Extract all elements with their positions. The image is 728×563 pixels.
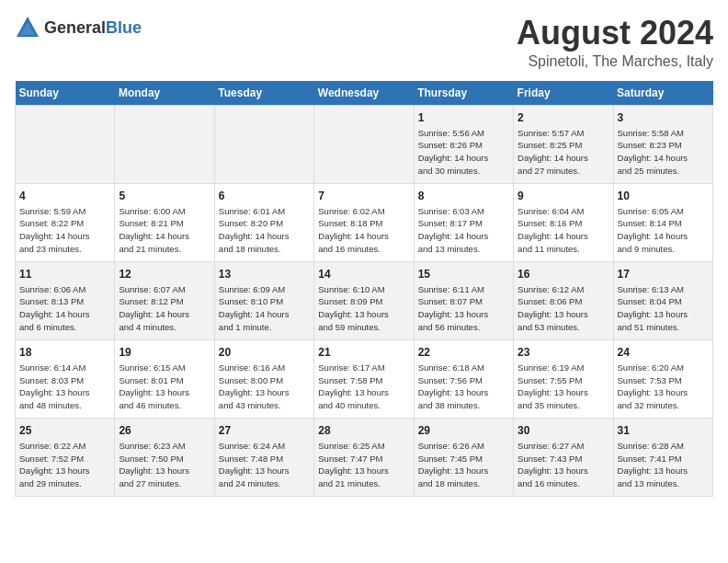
calendar-cell: 10Sunrise: 6:05 AM Sunset: 8:14 PM Dayli… [613, 183, 712, 261]
day-number: 3 [618, 111, 709, 124]
day-info: Sunrise: 6:04 AM Sunset: 8:16 PM Dayligh… [518, 205, 609, 256]
day-number: 14 [318, 268, 409, 281]
day-info: Sunrise: 6:22 AM Sunset: 7:52 PM Dayligh… [19, 440, 110, 490]
calendar-cell: 6Sunrise: 6:01 AM Sunset: 8:20 PM Daylig… [214, 183, 313, 261]
day-info: Sunrise: 6:25 AM Sunset: 7:47 PM Dayligh… [318, 440, 409, 490]
day-info: Sunrise: 5:57 AM Sunset: 8:25 PM Dayligh… [518, 127, 609, 178]
calendar-cell: 13Sunrise: 6:09 AM Sunset: 8:10 PM Dayli… [214, 261, 313, 339]
day-number: 18 [19, 346, 110, 359]
day-number: 26 [119, 424, 210, 437]
day-info: Sunrise: 6:07 AM Sunset: 8:12 PM Dayligh… [119, 283, 210, 334]
calendar-cell: 21Sunrise: 6:17 AM Sunset: 7:58 PM Dayli… [314, 339, 414, 418]
calendar-cell [16, 105, 115, 183]
calendar-cell: 27Sunrise: 6:24 AM Sunset: 7:48 PM Dayli… [214, 418, 313, 496]
day-info: Sunrise: 6:12 AM Sunset: 8:06 PM Dayligh… [518, 283, 609, 334]
col-sunday: Sunday [16, 81, 115, 106]
day-info: Sunrise: 6:11 AM Sunset: 8:07 PM Dayligh… [418, 283, 509, 334]
calendar-cell: 8Sunrise: 6:03 AM Sunset: 8:17 PM Daylig… [414, 183, 513, 261]
day-number: 28 [318, 424, 409, 437]
day-number: 5 [119, 190, 210, 202]
day-info: Sunrise: 6:28 AM Sunset: 7:41 PM Dayligh… [618, 440, 709, 490]
day-number: 31 [618, 424, 709, 437]
day-info: Sunrise: 6:02 AM Sunset: 8:18 PM Dayligh… [318, 205, 409, 256]
day-info: Sunrise: 6:26 AM Sunset: 7:45 PM Dayligh… [418, 440, 509, 490]
day-info: Sunrise: 6:13 AM Sunset: 8:04 PM Dayligh… [618, 283, 709, 334]
calendar-cell: 26Sunrise: 6:23 AM Sunset: 7:50 PM Dayli… [115, 418, 214, 496]
calendar-header: Sunday Monday Tuesday Wednesday Thursday… [16, 81, 713, 106]
calendar-cell: 11Sunrise: 6:06 AM Sunset: 8:13 PM Dayli… [16, 261, 115, 339]
day-number: 23 [518, 346, 609, 359]
calendar-week-row: 1Sunrise: 5:56 AM Sunset: 8:26 PM Daylig… [16, 105, 713, 183]
calendar-cell: 29Sunrise: 6:26 AM Sunset: 7:45 PM Dayli… [414, 418, 513, 496]
col-tuesday: Tuesday [214, 81, 313, 106]
day-info: Sunrise: 6:20 AM Sunset: 7:53 PM Dayligh… [618, 362, 709, 412]
day-info: Sunrise: 6:10 AM Sunset: 8:09 PM Dayligh… [318, 283, 409, 334]
calendar-cell [214, 105, 313, 183]
calendar-cell: 14Sunrise: 6:10 AM Sunset: 8:09 PM Dayli… [314, 261, 414, 339]
day-info: Sunrise: 5:58 AM Sunset: 8:23 PM Dayligh… [618, 127, 709, 178]
day-number: 24 [618, 346, 709, 359]
calendar-cell: 24Sunrise: 6:20 AM Sunset: 7:53 PM Dayli… [613, 339, 712, 418]
day-number: 17 [618, 268, 709, 281]
calendar-cell: 19Sunrise: 6:15 AM Sunset: 8:01 PM Dayli… [115, 339, 214, 418]
day-number: 22 [418, 346, 509, 359]
day-number: 16 [518, 268, 609, 281]
col-saturday: Saturday [613, 81, 712, 106]
calendar-cell [314, 105, 414, 183]
day-info: Sunrise: 6:18 AM Sunset: 7:56 PM Dayligh… [418, 362, 509, 412]
day-info: Sunrise: 6:15 AM Sunset: 8:01 PM Dayligh… [119, 362, 210, 412]
day-number: 15 [418, 268, 509, 281]
logo: GeneralBlue [15, 15, 142, 40]
subtitle: Spinetoli, The Marches, Italy [517, 53, 713, 70]
calendar-cell: 23Sunrise: 6:19 AM Sunset: 7:55 PM Dayli… [514, 339, 613, 418]
day-info: Sunrise: 5:56 AM Sunset: 8:26 PM Dayligh… [418, 127, 509, 178]
day-number: 10 [618, 190, 709, 202]
day-number: 9 [518, 190, 609, 202]
day-number: 20 [219, 346, 310, 359]
day-info: Sunrise: 6:05 AM Sunset: 8:14 PM Dayligh… [618, 205, 709, 256]
col-friday: Friday [514, 81, 613, 106]
calendar-cell: 3Sunrise: 5:58 AM Sunset: 8:23 PM Daylig… [613, 105, 712, 183]
day-number: 19 [119, 346, 210, 359]
calendar-cell: 12Sunrise: 6:07 AM Sunset: 8:12 PM Dayli… [115, 261, 214, 339]
day-number: 4 [19, 190, 110, 202]
calendar-table: Sunday Monday Tuesday Wednesday Thursday… [15, 81, 713, 497]
day-number: 8 [418, 190, 509, 202]
col-monday: Monday [115, 81, 214, 106]
day-info: Sunrise: 6:14 AM Sunset: 8:03 PM Dayligh… [19, 362, 110, 412]
calendar-cell: 15Sunrise: 6:11 AM Sunset: 8:07 PM Dayli… [414, 261, 513, 339]
day-number: 2 [518, 111, 609, 124]
day-info: Sunrise: 6:23 AM Sunset: 7:50 PM Dayligh… [119, 440, 210, 490]
day-number: 1 [418, 111, 509, 124]
logo-general: General [44, 18, 106, 37]
day-number: 25 [19, 424, 110, 437]
calendar-cell: 5Sunrise: 6:00 AM Sunset: 8:21 PM Daylig… [115, 183, 214, 261]
calendar-cell: 1Sunrise: 5:56 AM Sunset: 8:26 PM Daylig… [414, 105, 513, 183]
day-number: 6 [219, 190, 310, 202]
calendar-cell: 16Sunrise: 6:12 AM Sunset: 8:06 PM Dayli… [514, 261, 613, 339]
calendar-cell: 31Sunrise: 6:28 AM Sunset: 7:41 PM Dayli… [613, 418, 712, 496]
calendar-cell: 9Sunrise: 6:04 AM Sunset: 8:16 PM Daylig… [514, 183, 613, 261]
calendar-week-row: 11Sunrise: 6:06 AM Sunset: 8:13 PM Dayli… [16, 261, 713, 339]
day-number: 27 [219, 424, 310, 437]
calendar-cell: 7Sunrise: 6:02 AM Sunset: 8:18 PM Daylig… [314, 183, 414, 261]
calendar-week-row: 25Sunrise: 6:22 AM Sunset: 7:52 PM Dayli… [16, 418, 713, 496]
day-info: Sunrise: 6:27 AM Sunset: 7:43 PM Dayligh… [518, 440, 609, 490]
day-info: Sunrise: 6:09 AM Sunset: 8:10 PM Dayligh… [219, 283, 310, 334]
col-thursday: Thursday [414, 81, 513, 106]
day-number: 30 [518, 424, 609, 437]
calendar-cell: 17Sunrise: 6:13 AM Sunset: 8:04 PM Dayli… [613, 261, 712, 339]
day-number: 11 [19, 268, 110, 281]
day-number: 13 [219, 268, 310, 281]
calendar-cell: 2Sunrise: 5:57 AM Sunset: 8:25 PM Daylig… [514, 105, 613, 183]
calendar-cell: 20Sunrise: 6:16 AM Sunset: 8:00 PM Dayli… [214, 339, 313, 418]
calendar-body: 1Sunrise: 5:56 AM Sunset: 8:26 PM Daylig… [16, 105, 713, 496]
calendar-cell: 28Sunrise: 6:25 AM Sunset: 7:47 PM Dayli… [314, 418, 414, 496]
calendar-cell: 30Sunrise: 6:27 AM Sunset: 7:43 PM Dayli… [514, 418, 613, 496]
day-info: Sunrise: 6:00 AM Sunset: 8:21 PM Dayligh… [119, 205, 210, 256]
day-info: Sunrise: 6:16 AM Sunset: 8:00 PM Dayligh… [219, 362, 310, 412]
calendar-cell: 18Sunrise: 6:14 AM Sunset: 8:03 PM Dayli… [16, 339, 115, 418]
day-info: Sunrise: 6:03 AM Sunset: 8:17 PM Dayligh… [418, 205, 509, 256]
calendar-cell: 22Sunrise: 6:18 AM Sunset: 7:56 PM Dayli… [414, 339, 513, 418]
day-info: Sunrise: 6:01 AM Sunset: 8:20 PM Dayligh… [219, 205, 310, 256]
